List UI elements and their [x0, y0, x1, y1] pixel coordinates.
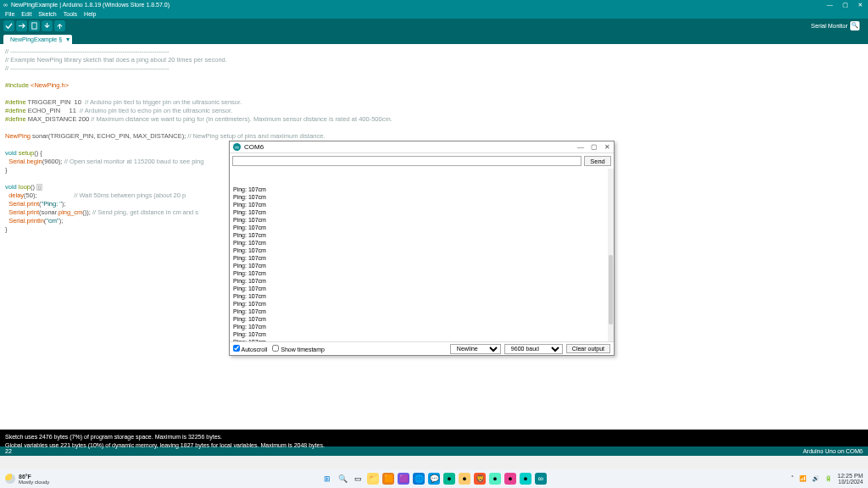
serial-monitor-label: Serial Monitor — [811, 23, 848, 29]
menu-bar: File Edit Sketch Tools Help — [0, 9, 868, 19]
autoscroll-toggle[interactable]: Autoscroll — [233, 345, 267, 352]
app-icon[interactable]: ● — [459, 473, 470, 485]
app-icon[interactable]: ● — [504, 473, 516, 485]
serial-titlebar[interactable]: ∞ COM6 — ▢ ✕ — [230, 141, 614, 153]
serial-line: Ping: 107cm — [233, 208, 610, 216]
serial-output[interactable]: Ping: 107cmPing: 107cmPing: 107cmPing: 1… — [230, 169, 614, 341]
menu-sketch[interactable]: Sketch — [38, 11, 56, 17]
app-icon[interactable]: 🟪 — [398, 473, 409, 485]
app-icon[interactable]: ● — [489, 473, 501, 485]
brave-icon[interactable]: 🦁 — [474, 473, 486, 485]
code-line: // Example NewPing library sketch that d… — [5, 56, 227, 64]
line-number: 22 — [5, 448, 12, 454]
serial-line: Ping: 107cm — [233, 262, 610, 269]
minimize-button[interactable]: — — [826, 2, 834, 8]
serial-footer: Autoscroll Show timestamp Newline 9600 b… — [230, 341, 614, 355]
baud-select[interactable]: 9600 baud — [504, 344, 563, 354]
scrollbar-thumb[interactable] — [609, 255, 613, 324]
code-line: ); — [62, 200, 66, 208]
timestamp-toggle[interactable]: Show timestamp — [272, 345, 325, 352]
line-ending-select[interactable]: Newline — [450, 344, 501, 354]
search-button[interactable]: 🔍 — [337, 473, 348, 485]
close-button[interactable]: ✕ — [856, 2, 865, 8]
window-titlebar: ∞ NewPingExample | Arduino 1.8.19 (Windo… — [0, 0, 868, 9]
arduino-icon: ∞ — [3, 2, 8, 8]
app-icon[interactable]: 🟧 — [382, 473, 394, 485]
app-icon[interactable]: ● — [443, 473, 455, 485]
wifi-icon[interactable]: 📶 — [799, 475, 807, 482]
code-line: // Open serial monitor at 115200 baud to… — [64, 158, 204, 165]
edge-icon[interactable]: 🌐 — [413, 473, 425, 485]
compile-console: Sketch uses 2476 bytes (7%) of program s… — [0, 430, 868, 446]
code-line: (sonar. — [39, 208, 58, 216]
menu-file[interactable]: File — [5, 11, 14, 17]
toolbar: Serial Monitor 🔍 — [0, 19, 868, 32]
code-line: // Arduino pin tied to trigger pin on th… — [85, 98, 242, 106]
serial-line: Ping: 107cm — [233, 285, 610, 292]
serial-close-button[interactable]: ✕ — [604, 143, 610, 151]
serial-line: Ping: 107cm — [233, 239, 610, 247]
task-view-button[interactable]: ▭ — [352, 473, 364, 485]
tray-chevron-icon[interactable]: ˄ — [791, 475, 794, 482]
code-line: void — [5, 149, 17, 157]
chat-icon[interactable]: 💬 — [428, 473, 440, 485]
scrollbar[interactable] — [608, 169, 614, 341]
new-button[interactable] — [29, 20, 40, 31]
weather-desc: Mostly cloudy — [19, 480, 49, 485]
code-line: Serial — [5, 217, 25, 225]
clock-date[interactable]: 10/1/2024 — [837, 479, 863, 485]
battery-icon[interactable]: 🔋 — [825, 475, 832, 482]
arduino-icon: ∞ — [233, 143, 241, 151]
code-line: .begin — [25, 158, 42, 165]
code-line: MAX_DISTANCE — [28, 115, 79, 123]
weather-widget[interactable]: 86°F Mostly cloudy — [5, 474, 49, 485]
code-line: #define — [5, 115, 28, 123]
serial-monitor-button[interactable]: Serial Monitor 🔍 — [806, 19, 865, 32]
magnifier-icon: 🔍 — [850, 21, 860, 30]
clear-output-button[interactable]: Clear output — [566, 344, 610, 353]
maximize-button[interactable]: ▢ — [841, 2, 849, 8]
menu-tools[interactable]: Tools — [64, 11, 77, 17]
serial-line: Ping: 107cm — [233, 224, 610, 231]
clock-time[interactable]: 12:25 PM — [837, 473, 863, 479]
serial-line: Ping: 107cm — [233, 247, 610, 254]
save-button[interactable] — [54, 20, 65, 31]
code-line: ); — [33, 191, 74, 199]
code-line: // Maximum distance we want to ping for … — [91, 115, 392, 123]
windows-taskbar[interactable]: 86°F Mostly cloudy ⊞ 🔍 ▭ 📁 🟧 🟪 🌐 💬 ● ● 🦁… — [0, 469, 868, 488]
fold-icon[interactable]: ▯ — [36, 184, 42, 191]
code-line: .print — [25, 208, 39, 216]
serial-send-button[interactable]: Send — [584, 156, 611, 166]
code-line: "cm" — [46, 217, 58, 225]
serial-maximize-button[interactable]: ▢ — [591, 143, 598, 151]
serial-line: Ping: 107cm — [233, 186, 610, 193]
explorer-icon[interactable]: 📁 — [367, 473, 379, 485]
code-line: .println — [25, 217, 44, 225]
verify-button[interactable] — [3, 20, 14, 31]
code-line: #define — [5, 98, 28, 106]
serial-line: Ping: 107cm — [233, 300, 610, 308]
app-icon[interactable]: ● — [520, 473, 531, 485]
serial-line: Ping: 107cm — [233, 315, 610, 323]
code-line: NewPing — [5, 132, 31, 140]
code-line: loop — [17, 183, 31, 191]
arduino-taskbar-icon[interactable]: ∞ — [535, 473, 547, 485]
upload-button[interactable] — [16, 20, 27, 31]
tab-sketch[interactable]: NewPingExample § — [3, 35, 72, 44]
open-button[interactable] — [42, 20, 53, 31]
serial-line: Ping: 107cm — [233, 231, 610, 239]
code-line: 200 — [79, 115, 92, 123]
volume-icon[interactable]: 🔊 — [812, 475, 820, 482]
code-line: 9600 — [44, 158, 58, 165]
code-line: ); — [58, 158, 64, 165]
code-line: ping_cm — [58, 208, 82, 216]
temperature: 86°F — [19, 474, 49, 480]
code-line: // -------------------------------------… — [5, 64, 170, 72]
code-line: ECHO_PIN — [28, 107, 70, 114]
serial-input[interactable] — [232, 156, 581, 166]
menu-edit[interactable]: Edit — [21, 11, 31, 17]
menu-help[interactable]: Help — [84, 11, 96, 17]
serial-minimize-button[interactable]: — — [577, 143, 584, 151]
start-button[interactable]: ⊞ — [321, 473, 333, 485]
code-line: setup — [17, 149, 34, 157]
